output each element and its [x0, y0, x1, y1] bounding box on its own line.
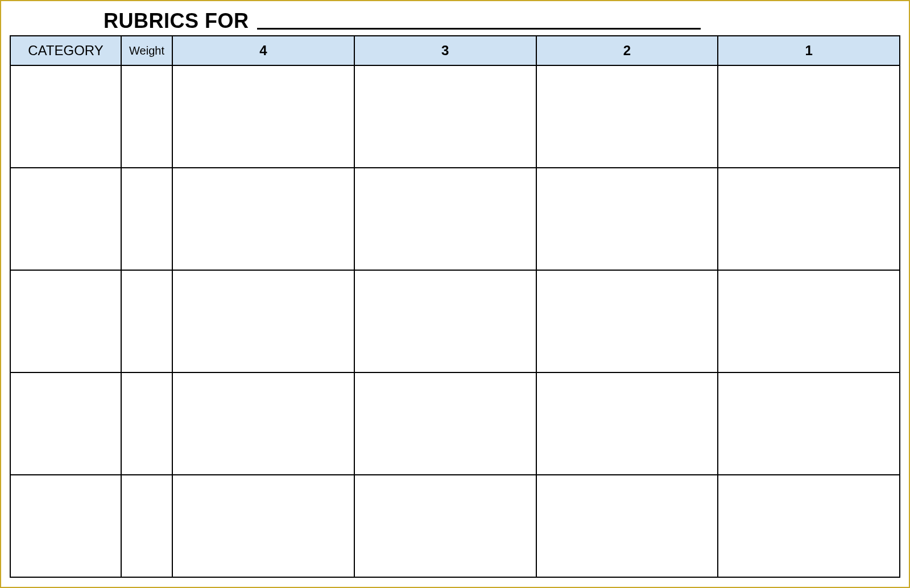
cell-score-4 — [172, 65, 354, 168]
cell-score-1 — [718, 270, 900, 372]
cell-score-2 — [536, 475, 718, 577]
cell-weight — [121, 372, 172, 475]
header-score-3: 3 — [354, 36, 536, 65]
cell-category — [10, 168, 121, 270]
table-row — [10, 270, 900, 372]
cell-score-4 — [172, 372, 354, 475]
cell-weight — [121, 65, 172, 168]
header-category: CATEGORY — [10, 36, 121, 65]
rubric-table: CATEGORY Weight 4 3 2 1 — [10, 35, 900, 578]
cell-score-3 — [354, 270, 536, 372]
cell-category — [10, 270, 121, 372]
cell-score-4 — [172, 270, 354, 372]
title-row: RUBRICS FOR — [104, 5, 897, 33]
table-row — [10, 65, 900, 168]
cell-score-3 — [354, 475, 536, 577]
header-score-1: 1 — [718, 36, 900, 65]
cell-weight — [121, 168, 172, 270]
page-title: RUBRICS FOR — [104, 9, 249, 33]
cell-weight — [121, 475, 172, 577]
cell-category — [10, 65, 121, 168]
header-score-4: 4 — [172, 36, 354, 65]
title-blank-line — [257, 28, 701, 30]
table-row — [10, 475, 900, 577]
cell-score-3 — [354, 65, 536, 168]
cell-score-2 — [536, 372, 718, 475]
header-weight: Weight — [121, 36, 172, 65]
cell-score-3 — [354, 372, 536, 475]
cell-score-2 — [536, 270, 718, 372]
cell-weight — [121, 270, 172, 372]
cell-score-4 — [172, 475, 354, 577]
cell-score-4 — [172, 168, 354, 270]
cell-score-2 — [536, 168, 718, 270]
header-row: CATEGORY Weight 4 3 2 1 — [10, 36, 900, 65]
page-frame: RUBRICS FOR CATEGORY Weight 4 3 2 1 — [0, 0, 910, 588]
cell-score-1 — [718, 65, 900, 168]
cell-score-1 — [718, 475, 900, 577]
header-score-2: 2 — [536, 36, 718, 65]
cell-score-1 — [718, 168, 900, 270]
cell-score-2 — [536, 65, 718, 168]
cell-score-3 — [354, 168, 536, 270]
cell-category — [10, 475, 121, 577]
table-row — [10, 168, 900, 270]
table-row — [10, 372, 900, 475]
cell-score-1 — [718, 372, 900, 475]
cell-category — [10, 372, 121, 475]
